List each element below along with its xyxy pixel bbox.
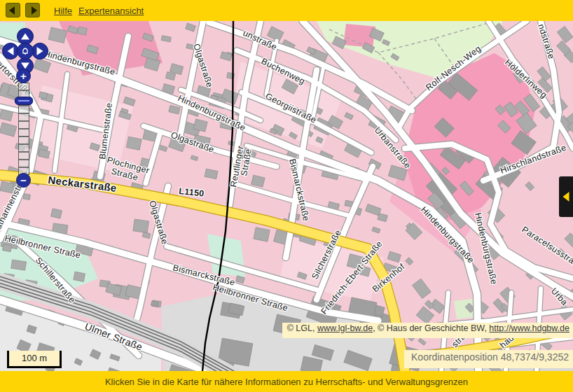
building — [78, 27, 88, 35]
building — [418, 338, 426, 345]
building — [413, 279, 432, 298]
pan-east-button[interactable] — [32, 43, 48, 59]
map-canvas[interactable]: HindenburgstraßeHindenburgstraßeunstraße… — [0, 21, 573, 371]
building — [186, 23, 196, 31]
building — [372, 227, 380, 233]
building — [378, 214, 387, 222]
building — [161, 36, 171, 42]
road-plochinger-strasse — [146, 134, 160, 183]
building — [537, 66, 551, 81]
building — [3, 244, 12, 252]
left-arrow-icon — [8, 47, 14, 55]
road-olgastrasse-upper — [180, 21, 203, 136]
building — [205, 169, 218, 179]
bell-icon — [20, 46, 30, 56]
building — [251, 175, 265, 187]
building — [387, 251, 401, 262]
left-arrow-icon — [9, 6, 15, 15]
history-forward-button[interactable] — [25, 3, 40, 18]
up-arrow-icon — [21, 34, 29, 40]
scale-label: 100 m — [22, 353, 47, 363]
building — [133, 219, 149, 233]
panel-collapse-tab[interactable] — [559, 176, 573, 217]
building — [416, 307, 434, 324]
attribution-text: © LGL, — [287, 323, 317, 333]
pan-compass-control — [2, 28, 48, 74]
street-label: Neckarstraße — [48, 174, 118, 194]
building — [23, 194, 30, 200]
zoom-in-button[interactable]: + — [16, 69, 31, 83]
right-arrow-icon — [32, 6, 37, 15]
building — [254, 227, 270, 241]
expert-view-link[interactable]: Expertenansicht — [78, 6, 144, 16]
zone-campus — [403, 53, 535, 221]
hdgbw-link[interactable]: http://www.hdgbw.de — [489, 323, 569, 333]
coordinate-readout: Koordinatenposition 48,7374/9,3252 — [404, 350, 573, 368]
building — [169, 106, 180, 115]
building — [345, 113, 354, 120]
map-viewer-window: Hilfe Expertenansicht HindenburgstraßeHi… — [0, 0, 573, 392]
building — [0, 122, 17, 136]
building — [525, 182, 534, 191]
building — [11, 260, 27, 270]
building — [565, 233, 573, 249]
building — [307, 47, 316, 55]
building — [51, 209, 62, 218]
building — [191, 155, 198, 161]
right-arrow-icon — [37, 47, 43, 55]
scale-bar: 100 m — [7, 351, 62, 368]
reset-view-button[interactable] — [17, 43, 34, 59]
map-container[interactable]: HindenburgstraßeHindenburgstraßeunstraße… — [0, 21, 573, 371]
building — [406, 258, 413, 265]
status-bar: Klicken Sie in die Karte für nähere Info… — [0, 371, 573, 392]
coordinate-text: Koordinatenposition 48,7374/9,3252 — [411, 351, 569, 363]
help-link[interactable]: Hilfe — [54, 6, 72, 16]
building — [126, 136, 141, 150]
top-toolbar: Hilfe Expertenansicht — [0, 0, 573, 21]
attribution-bar: © LGL, www.lgl-bw.de, © Haus der Geschic… — [282, 323, 573, 338]
building — [74, 272, 85, 281]
left-arrow-icon — [563, 192, 569, 202]
street-label: ndstraße — [536, 23, 556, 61]
attribution-text: , © Haus der Geschichte BW, — [373, 323, 489, 333]
history-back-button[interactable] — [6, 3, 20, 18]
building — [165, 72, 175, 80]
zoom-slider-handle[interactable] — [15, 97, 33, 105]
lgl-link[interactable]: www.lgl-bw.de — [317, 323, 373, 333]
building — [557, 27, 573, 43]
building — [142, 232, 151, 239]
zoom-out-button[interactable]: − — [16, 173, 31, 188]
building — [366, 204, 381, 216]
status-message: Klicken Sie in die Karte für nähere Info… — [105, 377, 468, 387]
